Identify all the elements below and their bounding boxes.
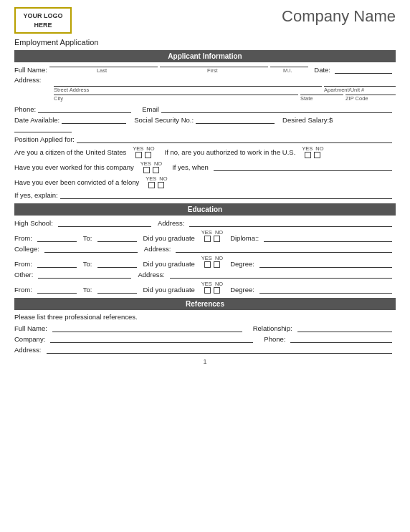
worked-yes-no: YES NO: [140, 160, 162, 173]
col-graduate-label: Did you graduate: [143, 260, 195, 268]
date-available-label: Date Available:: [14, 116, 59, 124]
no-label-auth: NO: [315, 145, 323, 152]
ref-company-label: Company:: [14, 335, 45, 343]
ref-fullname-row: Full Name: Relationship:: [14, 324, 396, 332]
other-to-label: To:: [83, 286, 92, 294]
email-label: Email: [142, 105, 159, 113]
diploma-input[interactable]: [264, 233, 392, 242]
desired-salary-input[interactable]: [14, 124, 72, 132]
worked-label: Have you ever worked for this company: [14, 163, 134, 171]
col-no-checkbox[interactable]: [214, 261, 220, 268]
other-label: Other:: [14, 271, 33, 279]
ref-address-label: Address:: [14, 346, 42, 354]
ssn-label: Social Security No.:: [134, 116, 194, 124]
felony-row: Have you ever been convicted of a felony…: [14, 175, 396, 188]
citizen-yes-no: YES NO: [133, 145, 154, 158]
if-yes-when-label: If yes, when: [172, 163, 209, 171]
references-header: References: [14, 298, 396, 310]
phone-email-row: Phone: Email: [14, 105, 396, 113]
ref-company-row: Company: Phone:: [14, 334, 396, 343]
col-from-label: From:: [14, 260, 32, 268]
education-section: Education High School: Address: From: To…: [14, 203, 396, 294]
citizen-yes-checkbox[interactable]: [135, 152, 142, 158]
header: YOUR LOGO HERE Company Name: [14, 7, 396, 34]
address-row1: Street Address Apartment/Unit #: [54, 86, 396, 93]
no-label-other: NO: [215, 281, 223, 287]
highschool-input[interactable]: [58, 218, 151, 227]
other-degree-input[interactable]: [259, 285, 392, 294]
other-no-checkbox[interactable]: [214, 287, 220, 294]
yes-label-citizen: YES: [133, 145, 143, 152]
other-input[interactable]: [38, 270, 131, 279]
zip-sublabel: ZIP Code: [345, 95, 368, 102]
references-section: References Please list three professiona…: [14, 298, 396, 354]
ssn-input[interactable]: [196, 115, 275, 124]
applicant-header: Applicant Information: [14, 50, 396, 62]
college-input[interactable]: [44, 244, 138, 253]
worked-yes-checkbox[interactable]: [143, 167, 150, 173]
citizen-label: Are you a citizen of the United States: [14, 148, 126, 156]
hs-from-input[interactable]: [37, 233, 77, 242]
col-address-input[interactable]: [176, 244, 392, 253]
phone-label: Phone:: [14, 105, 36, 113]
no-label-felony: NO: [159, 175, 167, 182]
desired-salary-label: Desired Salary:$: [282, 116, 333, 124]
other-row: Other: Address:: [14, 270, 396, 279]
email-input[interactable]: [161, 105, 392, 113]
address-label: Address:: [14, 76, 42, 84]
avail-ssn-salary-row: Date Available: Social Security No.: Des…: [14, 115, 396, 132]
date-field: Date:: [314, 65, 396, 74]
ref-company-input[interactable]: [50, 334, 253, 343]
yes-label-felony: YES: [146, 175, 156, 182]
col-from-input[interactable]: [37, 259, 77, 268]
col-degree-input[interactable]: [259, 259, 392, 268]
hs-to-input[interactable]: [97, 233, 137, 242]
hs-from-to-row: From: To: Did you graduate YES NO Diplom…: [14, 229, 396, 242]
other-yes-checkbox[interactable]: [204, 287, 211, 294]
street-input[interactable]: [54, 86, 322, 87]
authorized-label: If no, are you authorized to work in the…: [165, 148, 296, 156]
other-address-input[interactable]: [170, 270, 392, 279]
explain-input[interactable]: [60, 190, 392, 199]
ref-relationship-input[interactable]: [297, 324, 392, 332]
hs-yes-checkbox[interactable]: [204, 236, 211, 242]
authorized-yes-no: YES NO: [302, 145, 323, 158]
hs-no-checkbox[interactable]: [214, 236, 220, 242]
position-label: Position Applied for:: [14, 135, 75, 143]
felony-no-checkbox[interactable]: [158, 182, 164, 188]
ref-address-input[interactable]: [47, 345, 393, 354]
col-yes-checkbox[interactable]: [204, 261, 211, 268]
hs-to-label: To:: [83, 234, 92, 242]
other-from-label: From:: [14, 286, 32, 294]
city-input[interactable]: [54, 95, 298, 95]
ref-phone-input[interactable]: [290, 334, 392, 343]
mi-sublabel: M.I.: [283, 67, 292, 74]
date-input[interactable]: [335, 65, 392, 74]
if-yes-when-input[interactable]: [214, 163, 392, 171]
date-available-input[interactable]: [62, 115, 126, 124]
felony-yes-no: YES NO: [146, 175, 167, 188]
position-input[interactable]: [77, 135, 392, 143]
ref-fullname-input[interactable]: [52, 324, 242, 332]
auth-yes-checkbox[interactable]: [305, 152, 311, 158]
citizen-no-checkbox[interactable]: [145, 152, 151, 158]
fullname-label: Full Name:: [14, 66, 47, 74]
ref-relationship-label: Relationship:: [253, 324, 292, 332]
address-row2: City State ZIP Code: [54, 95, 396, 102]
other-to-input[interactable]: [97, 285, 137, 294]
col-to-label: To:: [83, 260, 92, 268]
yes-label-worked: YES: [140, 160, 151, 167]
citizen-row: Are you a citizen of the United States Y…: [14, 145, 396, 158]
doc-title: Employment Application: [14, 38, 396, 47]
yes-label-auth: YES: [302, 145, 313, 152]
worked-no-checkbox[interactable]: [153, 167, 159, 173]
phone-input[interactable]: [38, 105, 131, 113]
felony-yes-checkbox[interactable]: [148, 182, 155, 188]
fullname-row: Full Name: Last First M.I. Date:: [14, 65, 396, 74]
col-to-input[interactable]: [97, 259, 137, 268]
other-from-input[interactable]: [37, 285, 77, 294]
highschool-label: High School:: [14, 219, 53, 227]
auth-no-checkbox[interactable]: [314, 152, 320, 158]
highschool-row: High School: Address:: [14, 218, 396, 227]
hs-address-input[interactable]: [189, 218, 392, 227]
